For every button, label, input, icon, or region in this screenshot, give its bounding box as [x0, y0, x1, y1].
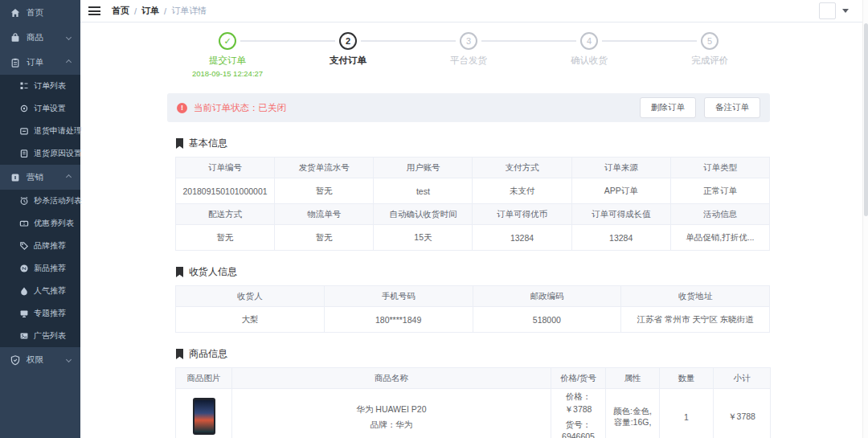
sidebar-item-flash-sale-list[interactable]: 秒杀活动列表 [0, 190, 80, 212]
sidebar-item-permissions[interactable]: 权限 [0, 347, 80, 372]
sidebar-item-new-recommend[interactable]: 新品推荐 [0, 257, 80, 280]
monitor-icon [19, 308, 29, 319]
return-apply-icon [19, 125, 29, 137]
header-cell: 配送方式 [176, 204, 275, 225]
sidebar-item-brand-recommend[interactable]: 品牌推荐 [0, 235, 80, 257]
sidebar-item-label: 退货原因设置 [34, 148, 82, 159]
hamburger-menu-icon[interactable] [88, 6, 100, 15]
scrollbar-thumb[interactable] [864, 23, 868, 216]
image-icon [19, 330, 29, 342]
alert-actions: 删除订单 备注订单 [640, 97, 760, 118]
section-title-text: 商品信息 [189, 347, 227, 361]
order-detail-sections: 基本信息 订单编号 发货单流水号 用户账号 支付方式 订单来源 订单类型 201… [167, 137, 770, 438]
order-icon [10, 57, 21, 68]
value-cell: 江苏省 常州市 天宁区 东晓街道 [621, 307, 770, 333]
header-cell: 用户账号 [374, 158, 473, 178]
product-qty-cell: 1 [660, 389, 714, 438]
coupon-icon [19, 218, 29, 229]
product-name: 华为 HUAWEI P20 [235, 403, 547, 416]
table-value-row: 201809150101000001 暂无 test 未支付 APP订单 正常订… [176, 178, 770, 204]
sidebar-item-label: 新品推荐 [34, 263, 66, 274]
sidebar-item-label: 订单设置 [34, 103, 66, 114]
value-cell: 单品促销,打折优... [670, 225, 769, 251]
bookmark-icon [175, 267, 184, 277]
breadcrumb-home[interactable]: 首页 [112, 5, 129, 17]
section-title-text: 基本信息 [189, 137, 227, 150]
header-cell: 支付方式 [473, 158, 571, 178]
marketing-icon [10, 172, 21, 183]
table-header-row: 订单编号 发货单流水号 用户账号 支付方式 订单来源 订单类型 [176, 158, 770, 178]
sidebar-item-order-settings[interactable]: 订单设置 [0, 97, 80, 120]
header-cell: 收货人 [176, 286, 325, 307]
step-submit-order: ✓ 提交订单 2018-09-15 12:24:27 [167, 32, 288, 84]
chevron-up-icon [66, 174, 72, 180]
sidebar-item-ad-list[interactable]: 广告列表 [0, 325, 80, 347]
breadcrumb-orders[interactable]: 订单 [141, 5, 159, 17]
sidebar-item-label: 人气推荐 [34, 285, 66, 297]
section-title-text: 收货人信息 [189, 265, 237, 279]
value-cell: test [374, 178, 473, 204]
sidebar: 首页 商品 订单 订单列表 订单设置 [0, 0, 80, 438]
sidebar-item-hot-recommend[interactable]: 人气推荐 [0, 280, 80, 302]
sidebar-item-order-list[interactable]: 订单列表 [0, 75, 80, 97]
chevron-down-icon[interactable] [842, 9, 849, 13]
value-cell: 13284 [473, 225, 571, 251]
warning-icon: ! [177, 103, 187, 113]
alarm-clock-icon [19, 195, 29, 207]
gear-icon [19, 103, 29, 114]
sidebar-item-goods[interactable]: 商品 [0, 25, 80, 50]
sidebar-item-marketing[interactable]: 营销 [0, 165, 80, 190]
sidebar-item-orders[interactable]: 订单 [0, 50, 80, 75]
product-info-section-title: 商品信息 [175, 347, 770, 361]
value-cell: APP订单 [571, 178, 670, 204]
sidebar-item-label: 优惠券列表 [34, 218, 74, 229]
breadcrumb-current: 订单详情 [171, 5, 207, 17]
order-list-icon [19, 80, 29, 92]
sidebar-item-coupon-list[interactable]: 优惠券列表 [0, 212, 80, 235]
product-name-cell: 华为 HUAWEI P20 品牌：华为 [232, 389, 551, 438]
product-sn: 货号：6946605 [555, 419, 602, 438]
breadcrumb: 首页 / 订单 / 订单详情 [112, 5, 207, 17]
receiver-info-section-title: 收货人信息 [175, 265, 770, 279]
value-cell: 正常订单 [670, 178, 769, 204]
step-check-icon: ✓ [219, 32, 236, 50]
sidebar-item-return-reason[interactable]: 退货原因设置 [0, 142, 80, 165]
breadcrumb-separator: / [164, 6, 166, 16]
sidebar-item-topic-recommend[interactable]: 专题推荐 [0, 302, 80, 325]
note-order-button[interactable]: 备注订单 [704, 97, 760, 118]
new-badge-icon [19, 263, 29, 274]
header-cell: 活动信息 [670, 204, 769, 225]
sidebar-item-return-apply[interactable]: 退货申请处理 [0, 120, 80, 142]
sidebar-item-label: 退货申请处理 [34, 125, 82, 137]
bookmark-icon [175, 138, 184, 149]
value-cell: 未支付 [473, 178, 571, 204]
flame-icon [19, 285, 29, 297]
header-cell: 订单编号 [176, 158, 275, 178]
basic-info-section-title: 基本信息 [175, 137, 770, 150]
product-brand: 品牌：华为 [235, 419, 547, 432]
value-cell: 201809150101000001 [176, 178, 275, 204]
sidebar-item-label: 秒杀活动列表 [34, 195, 82, 207]
table-value-row: 大梨 180****1849 518000 江苏省 常州市 天宁区 东晓街道 [176, 307, 770, 333]
sidebar-item-home[interactable]: 首页 [0, 0, 80, 25]
step-number: 3 [460, 32, 477, 50]
step-number: 5 [701, 32, 719, 50]
scrollbar [862, 0, 868, 438]
order-status-alert: ! 当前订单状态：已关闭 删除订单 备注订单 [167, 93, 770, 122]
header-cell: 邮政编码 [473, 286, 621, 307]
table-header-row: 商品图片 商品名称 价格/货号 属性 数量 小计 [176, 368, 771, 389]
shield-icon [10, 354, 21, 366]
order-status-text: 当前订单状态：已关闭 [194, 102, 286, 114]
step-connector [481, 40, 576, 42]
step-connector [240, 40, 335, 42]
header-cell: 商品图片 [176, 368, 232, 389]
table-header-row: 配送方式 物流单号 自动确认收货时间 订单可得优币 订单可得成长值 活动信息 [176, 204, 770, 225]
avatar[interactable] [819, 2, 836, 19]
header-cell: 订单可得优币 [473, 204, 571, 225]
value-cell: 15天 [374, 225, 473, 251]
step-number: 2 [339, 32, 357, 50]
header-cell: 属性 [606, 368, 660, 389]
home-icon [10, 7, 21, 18]
delete-order-button[interactable]: 删除订单 [640, 97, 696, 118]
product-price: 价格：￥3788 [555, 391, 602, 416]
